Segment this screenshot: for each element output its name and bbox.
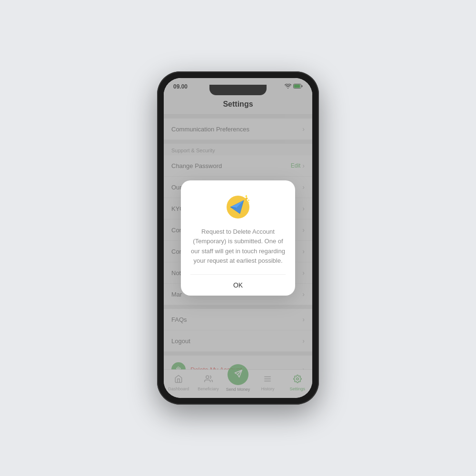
svg-text:✦: ✦: [248, 199, 250, 202]
modal-icon-wrapper: ✦ ✦: [224, 192, 252, 220]
modal-card: ✦ ✦ Request to Delete Account (Temporary…: [181, 180, 295, 296]
phone-wrapper: 09.00: [157, 71, 319, 405]
paper-plane-icon: ✦ ✦: [224, 192, 252, 220]
modal-overlay: ✦ ✦ Request to Delete Account (Temporary…: [164, 78, 312, 398]
svg-text:✦: ✦: [245, 194, 248, 198]
phone-screen: 09.00: [164, 78, 312, 398]
modal-message: Request to Delete Account (Temporary) is…: [190, 227, 286, 266]
modal-ok-button[interactable]: OK: [190, 275, 286, 296]
